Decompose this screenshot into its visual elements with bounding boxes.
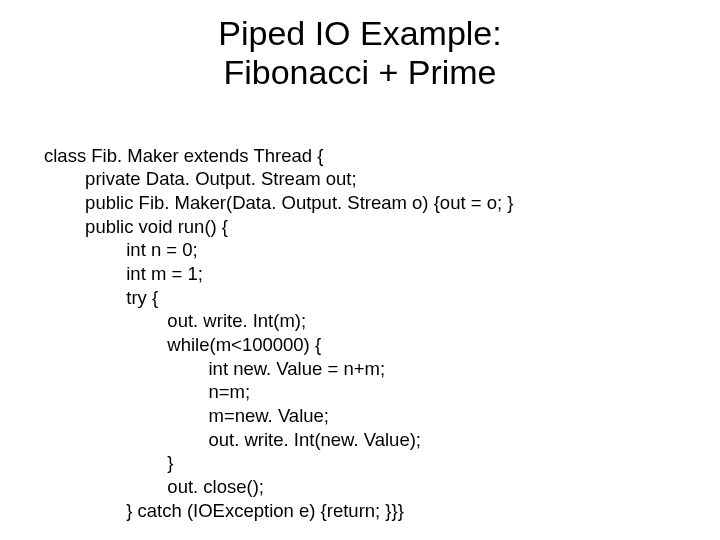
code-line: int n = 0; (44, 239, 198, 260)
code-line: public void run() { (44, 216, 228, 237)
code-line: int m = 1; (44, 263, 203, 284)
code-line: out. write. Int(m); (44, 310, 306, 331)
code-line: } (44, 452, 174, 473)
code-line: int new. Value = n+m; (44, 358, 385, 379)
code-line: m=new. Value; (44, 405, 329, 426)
code-block: class Fib. Maker extends Thread { privat… (44, 120, 513, 540)
code-line: } catch (IOException e) {return; }}} (44, 500, 404, 521)
code-line: class Fib. Maker extends Thread { (44, 145, 323, 166)
title-line-2: Fibonacci + Prime (0, 53, 720, 92)
code-line: private Data. Output. Stream out; (44, 168, 357, 189)
code-line: try { (44, 287, 158, 308)
code-line: out. close(); (44, 476, 264, 497)
code-line: n=m; (44, 381, 250, 402)
title-line-1: Piped IO Example: (0, 14, 720, 53)
code-line: public Fib. Maker(Data. Output. Stream o… (44, 192, 513, 213)
code-line: while(m<100000) { (44, 334, 321, 355)
slide: Piped IO Example: Fibonacci + Prime clas… (0, 0, 720, 540)
slide-title: Piped IO Example: Fibonacci + Prime (0, 0, 720, 92)
code-line: out. write. Int(new. Value); (44, 429, 421, 450)
